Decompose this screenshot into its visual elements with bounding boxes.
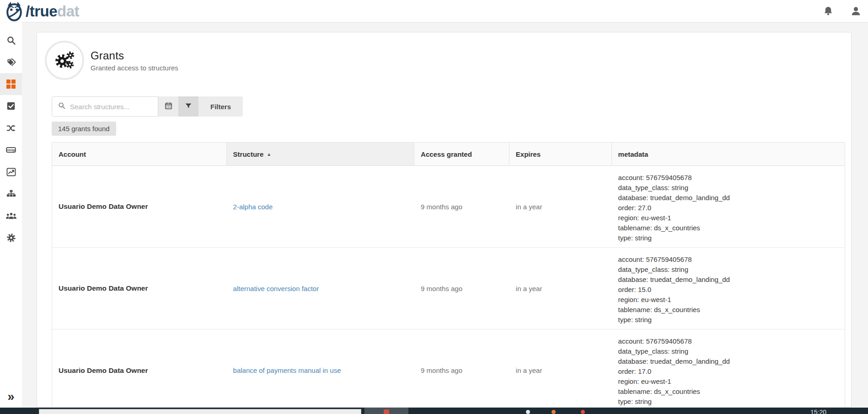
search-icon [6,35,16,46]
grant-access-granted-cell: 9 months ago [414,329,509,408]
sidebar-item-settings[interactable] [0,227,22,249]
sidebar-expand-chevrons[interactable]: » [0,391,22,403]
grant-metadata-cell: account: 576759405678 data_type_class: s… [612,329,845,408]
data-systems-drive-icon [5,144,16,155]
grant-account: Usuario Demo Data Owner [59,202,148,211]
grants-gears-icon [45,41,84,80]
grant-structure-cell: 2-alpha code [227,166,415,247]
sidebar-item-groups[interactable] [0,205,22,227]
grant-table-row: Usuario Demo Data Owner balance of payme… [52,329,845,408]
sidebar-item-analytics[interactable] [0,161,22,183]
user-account-icon[interactable] [850,5,862,17]
search-controls: Filters [52,96,243,117]
browser-app-icon [384,409,389,414]
expires-value: in a year [516,285,542,292]
taskbar-app-icon[interactable] [552,410,556,414]
table-header-row: Account Structure ▲ Access granted Expir… [52,142,845,166]
taskbar-app-icon[interactable] [526,410,530,414]
grant-account: Usuario Demo Data Owner [59,284,148,292]
date-range-button[interactable] [158,96,178,117]
filter-funnel-icon [184,102,193,111]
column-header-metadata[interactable]: metadata [612,143,845,165]
column-header-expires[interactable]: Expires [509,143,612,165]
grant-metadata-cell: account: 576759405678 data_type_class: s… [612,166,845,247]
grant-expires-cell: in a year [509,248,612,329]
sidebar-item-tags[interactable] [0,51,22,73]
sidebar-item-search[interactable] [0,29,22,51]
grant-expires-cell: in a year [509,166,612,247]
access-granted-value: 9 months ago [421,366,462,374]
page-title: Grants [91,49,178,62]
structures-grid-icon [6,79,16,89]
sidebar-nav: » [0,22,22,408]
grant-account-cell: Usuario Demo Data Owner [52,166,227,247]
main-content: Grants Granted access to structures [22,22,868,408]
access-granted-value: 9 months ago [421,203,462,211]
structure-link[interactable]: alternative conversion factor [233,285,319,292]
grant-table-row: Usuario Demo Data Owner alternative conv… [52,248,845,329]
shuffle-icon [6,123,16,133]
metadata-values: account: 576759405678 data_type_class: s… [618,255,730,325]
access-granted-value: 9 months ago [421,285,462,292]
expires-value: in a year [516,203,542,211]
page-header: Grants Granted access to structures [45,41,844,80]
sidebar-item-hierarchy[interactable] [0,183,22,205]
user-groups-icon [5,211,17,220]
results-count-badge: 145 grants found [52,122,116,136]
taskbar-clock: 15:20 [810,409,826,414]
filters-button[interactable]: Filters [198,96,243,117]
top-bar: /truedat [0,0,868,22]
search-structures-input[interactable] [70,103,152,111]
owl-logo-icon [5,0,24,21]
calendar-icon [164,101,173,111]
structure-link[interactable]: 2-alpha code [233,203,273,211]
grant-account-cell: Usuario Demo Data Owner [52,248,227,329]
grants-table-body: Usuario Demo Data Owner 2-alpha code 9 m… [52,166,845,408]
sidebar-item-quality[interactable] [0,95,22,117]
grant-structure-cell: balance of payments manual in use [227,329,415,408]
taskbar-active-app-tile[interactable] [364,408,408,414]
grant-account: Usuario Demo Data Owner [59,366,148,375]
filter-toggle-button[interactable] [178,96,198,117]
grant-account-cell: Usuario Demo Data Owner [52,329,227,408]
sidebar-item-structures[interactable] [0,73,22,95]
tags-icon [6,57,16,68]
metadata-values: account: 576759405678 data_type_class: s… [618,336,730,407]
line-chart-icon [6,167,16,177]
structure-search-box [52,96,158,117]
column-header-access-granted[interactable]: Access granted [414,143,509,165]
expires-value: in a year [516,366,542,374]
grant-table-row: Usuario Demo Data Owner 2-alpha code 9 m… [52,166,845,248]
search-icon [58,101,66,111]
column-header-structure[interactable]: Structure ▲ [227,143,415,165]
taskbar-app-icon[interactable] [581,410,585,414]
grant-structure-cell: alternative conversion factor [227,248,415,329]
sort-asc-icon: ▲ [267,152,271,157]
grant-access-granted-cell: 9 months ago [414,248,509,329]
brand-name: /truedat [26,4,79,19]
grant-expires-cell: in a year [509,329,612,408]
truedat-logo[interactable]: /truedat [0,0,79,21]
structure-link[interactable]: balance of payments manual in use [233,366,341,374]
grants-card: Grants Granted access to structures [37,32,852,408]
grant-access-granted-cell: 9 months ago [414,166,509,247]
os-taskbar: 15:20 [0,408,868,414]
taskbar-search-field[interactable] [39,409,361,414]
grants-table: Account Structure ▲ Access granted Expir… [52,142,845,408]
grant-metadata-cell: account: 576759405678 data_type_class: s… [612,248,845,329]
column-header-account[interactable]: Account [52,143,227,165]
sidebar-item-lineage[interactable] [0,117,22,139]
notifications-bell-icon[interactable] [823,5,834,16]
metadata-values: account: 576759405678 data_type_class: s… [618,173,730,243]
check-square-icon [6,101,16,111]
gear-icon [6,233,16,243]
page-subtitle: Granted access to structures [91,64,178,72]
sitemap-icon [6,189,16,199]
sidebar-item-systems[interactable] [0,139,22,161]
